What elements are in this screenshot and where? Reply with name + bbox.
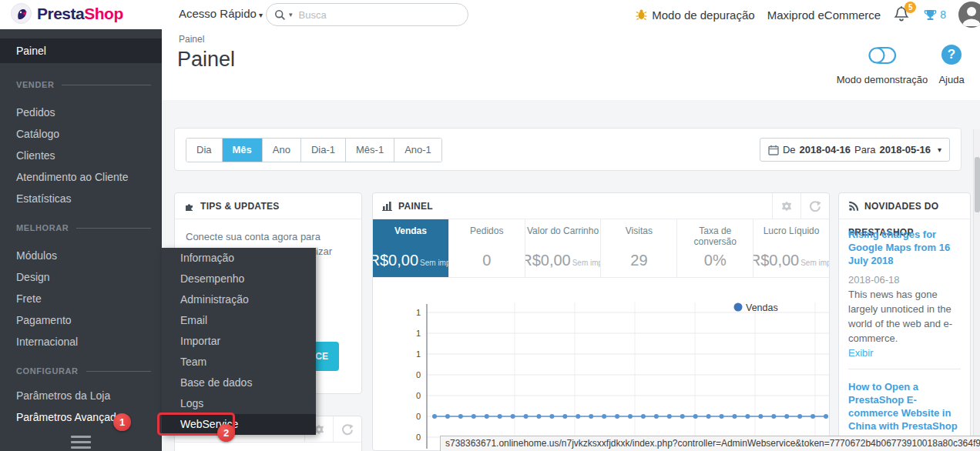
sidebar-nav: Painel VENDER Pedidos Catálogo Clientes … <box>0 29 162 451</box>
svg-text:Vendas: Vendas <box>746 302 778 313</box>
date-range-picker[interactable]: De 2018-04-16 Para 2018-05-16 ▾ <box>760 138 950 162</box>
scrollbar-thumb[interactable] <box>975 157 980 212</box>
calendar-icon <box>768 145 779 155</box>
news-panel-title: NOVIDADES DO <box>864 201 938 212</box>
submenu-item-logs[interactable]: Logs <box>162 393 316 414</box>
dashboard-panel-title: PAINEL <box>398 201 433 212</box>
svg-text:0: 0 <box>416 370 421 379</box>
sidebar-item-frete[interactable]: Frete <box>0 288 162 309</box>
range-ano-1[interactable]: Ano-1 <box>394 139 441 162</box>
sidebar-item-catalogo[interactable]: Catálogo <box>0 123 162 145</box>
dashboard-settings-gear-icon[interactable] <box>772 193 800 219</box>
news-article-excerpt: This news has gone largely unnoticed in … <box>848 287 961 346</box>
collapse-menu-icon[interactable] <box>71 436 91 449</box>
search-box[interactable]: ▾ <box>266 3 468 26</box>
rss-icon <box>848 201 859 212</box>
submenu-item-team[interactable]: Team <box>162 352 316 372</box>
submenu-item-base-de-dados[interactable]: Base de dados <box>162 372 316 393</box>
debug-mode-indicator[interactable]: Modo de depuração <box>636 8 754 22</box>
kpi-pedidos[interactable]: Pedidos 0 <box>449 219 525 277</box>
svg-text:1: 1 <box>416 349 421 359</box>
gamification-trophy[interactable]: 8 <box>924 8 946 22</box>
sidebar-item-painel[interactable]: Painel <box>0 38 162 63</box>
demo-mode-toggle[interactable] <box>868 46 897 65</box>
prestashop-logo[interactable]: PrestaShop <box>11 3 123 24</box>
bar-chart-icon <box>382 201 393 211</box>
sidebar-item-internacional[interactable]: Internacional <box>0 331 162 352</box>
news-article-title[interactable]: Rising charges for Google Maps from 16 J… <box>848 228 961 267</box>
notifications-bell[interactable]: 5 <box>893 5 911 25</box>
sidebar-item-clientes[interactable]: Clientes <box>0 145 162 166</box>
dashboard-panel: PAINEL Vendas R$0,00Sem imp. Pedidos 0 V… <box>372 192 830 451</box>
date-filter-bar: Dia Mês Ano Dia-1 Mês-1 Ano-1 De 2018-04… <box>174 128 962 171</box>
vertical-scrollbar[interactable] <box>973 129 980 451</box>
sidebar-item-estatisticas[interactable]: Estatísticas <box>0 188 162 209</box>
dashboard-refresh-icon[interactable] <box>800 193 829 219</box>
quick-access-menu[interactable]: Acesso Rápido▾ <box>179 7 263 20</box>
kpi-taxa-conversao[interactable]: Taxa de conversão 0% <box>677 219 753 277</box>
submenu-item-informacao[interactable]: Informação <box>162 248 316 269</box>
sidebar-item-pedidos[interactable]: Pedidos <box>0 102 162 123</box>
submenu-item-importar[interactable]: Importar <box>162 331 316 352</box>
submenu-item-email[interactable]: Email <box>162 310 316 331</box>
top-bar: PrestaShop Acesso Rápido▾ ▾ Modo de depu… <box>0 0 980 29</box>
prestashop-mascot-icon <box>11 3 32 24</box>
range-mes-1[interactable]: Mês-1 <box>346 139 394 162</box>
svg-text:0: 0 <box>416 412 421 421</box>
svg-text:0: 0 <box>416 391 421 400</box>
news-article-link[interactable]: Exibir <box>848 347 961 359</box>
submenu-item-webservice[interactable]: WebService <box>162 414 316 435</box>
date-middle: Para <box>854 144 875 155</box>
sidebar-section-melhorar: MELHORAR <box>0 220 162 236</box>
prestashop-logo-text: PrestaShop <box>37 5 123 23</box>
sidebar-item-pagamento[interactable]: Pagamento <box>0 309 162 331</box>
kpi-lucro-liquido[interactable]: Lucro Líquido R$0,00Sem imp. <box>753 219 829 277</box>
trophy-count: 8 <box>940 8 946 21</box>
help-label: Ajuda <box>934 74 969 85</box>
caret-down-icon: ▾ <box>938 145 941 154</box>
tips-panel-title: TIPS & UPDATES <box>200 201 280 212</box>
breadcrumb[interactable]: Painel <box>179 34 204 45</box>
user-avatar[interactable] <box>958 2 980 28</box>
trophy-icon <box>924 8 937 22</box>
svg-text:1: 1 <box>416 329 421 338</box>
date-prefix: De <box>783 144 796 155</box>
sidebar-item-atendimento[interactable]: Atendimento ao Cliente <box>0 166 162 188</box>
kpi-vendas[interactable]: Vendas R$0,00Sem imp. <box>373 219 449 277</box>
kpi-visitas[interactable]: Visitas 29 <box>601 219 677 277</box>
sidebar-section-vender: VENDER <box>0 77 162 92</box>
news-article-date: 2018-06-18 <box>848 274 961 286</box>
annotation-step-1-badge: 1 <box>113 413 131 431</box>
range-ano[interactable]: Ano <box>263 139 301 162</box>
divider <box>848 369 961 369</box>
submenu-item-administracao[interactable]: Administração <box>162 289 316 310</box>
toggle-icon <box>868 46 897 65</box>
advanced-parameters-submenu: Informação Desempenho Administração Emai… <box>162 248 316 435</box>
search-scope-caret-icon[interactable]: ▾ <box>289 11 293 18</box>
person-icon <box>958 2 980 28</box>
help-button[interactable]: ? <box>941 45 962 65</box>
notification-count-badge: 5 <box>904 2 916 13</box>
kpi-row: Vendas R$0,00Sem imp. Pedidos 0 Valor do… <box>373 219 829 278</box>
sidebar-item-parametros-avancados[interactable]: Parâmetros Avançados <box>0 406 162 428</box>
range-mes[interactable]: Mês <box>223 139 263 162</box>
search-icon <box>274 9 286 21</box>
news-article-title[interactable]: How to Open a PrestaShop E-commerce Webs… <box>848 380 961 433</box>
kpi-valor-carrinho[interactable]: Valor do Carrinho R$0,00Sem imp. <box>525 219 602 277</box>
caret-down-icon: ▾ <box>259 11 263 19</box>
panel-refresh-icon[interactable] <box>333 416 361 443</box>
range-dia[interactable]: Dia <box>186 139 223 162</box>
sidebar-item-parametros-loja[interactable]: Parâmetros da Loja <box>0 385 162 406</box>
date-to: 2018-05-16 <box>879 144 931 155</box>
svg-text:1: 1 <box>416 308 421 317</box>
range-dia-1[interactable]: Dia-1 <box>301 139 346 162</box>
sidebar-item-modulos[interactable]: Módulos <box>0 245 162 266</box>
sidebar-section-configurar: CONFIGURAR <box>0 363 162 379</box>
range-button-group: Dia Mês Ano Dia-1 Mês-1 Ano-1 <box>186 138 442 162</box>
submenu-item-desempenho[interactable]: Desempenho <box>162 269 316 289</box>
date-from: 2018-04-16 <box>800 144 851 155</box>
svg-text:0: 0 <box>416 433 421 442</box>
sidebar-item-design[interactable]: Design <box>0 266 162 288</box>
shop-name-link[interactable]: Maxiprod eCommerce <box>767 8 881 22</box>
search-input[interactable] <box>299 9 460 21</box>
